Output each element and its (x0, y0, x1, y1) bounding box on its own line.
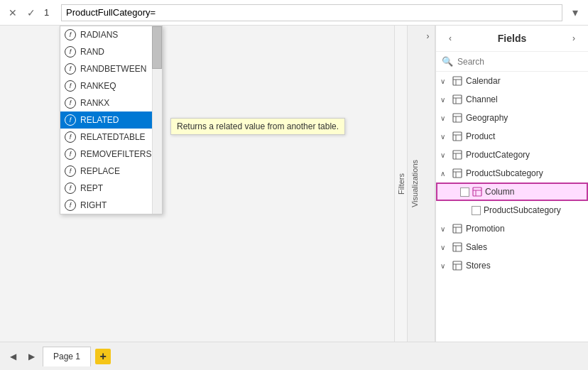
function-tooltip: Returns a related value from another tab… (170, 118, 345, 135)
function-icon: f (65, 131, 76, 143)
fields-search-bar: 🔍 (436, 52, 588, 72)
function-icon: f (65, 183, 76, 194)
svg-rect-18 (473, 187, 481, 196)
field-group-name: Channel (466, 94, 498, 104)
dropdown-item-label: RELATED (80, 115, 119, 125)
table-icon (452, 94, 463, 105)
svg-rect-0 (453, 77, 462, 85)
formula-expand-button[interactable]: ▾ (568, 6, 582, 19)
field-group-name: ProductSubcategory (466, 168, 543, 178)
dropdown-item-label: RANDBETWEEN (80, 64, 146, 74)
field-name-productsubcategory: ProductSubcategory (484, 205, 561, 215)
field-name-column: Column (485, 187, 514, 197)
canvas-area: fRADIANSfRANDfRANDBETWEENfRANKEQfRANKXfR… (0, 26, 421, 342)
expand-icon: ∨ (440, 262, 449, 270)
dropdown-item-label: RAND (80, 47, 104, 57)
dropdown-item-relatedtable[interactable]: fRELATEDTABLE (60, 129, 162, 146)
function-icon: f (65, 114, 76, 126)
fields-title: Fields (498, 33, 526, 44)
expand-icon: ∨ (440, 225, 449, 233)
expand-icon: ∧ (440, 170, 449, 178)
column-table-icon (472, 187, 482, 197)
field-group-sales[interactable]: ∨ Sales (436, 238, 588, 256)
svg-rect-3 (453, 95, 462, 104)
table-icon (452, 75, 463, 87)
page-next-button[interactable]: ▶ (24, 349, 38, 364)
page-tab[interactable]: Page 1 (43, 347, 91, 366)
field-group-productsubcategory[interactable]: ∧ ProductSubcategory (436, 164, 588, 183)
function-icon: f (65, 46, 76, 58)
confirm-button[interactable]: ✓ (24, 6, 38, 20)
expand-icon: ∨ (440, 151, 449, 159)
table-icon (452, 168, 463, 179)
visualizations-panel-label: Visualizations (410, 160, 419, 207)
fields-list: ∨ Calendar ∨ Channel ∨ Geography ∨ Produ… (436, 72, 588, 342)
table-icon (452, 260, 463, 271)
dropdown-scrollbar[interactable] (152, 26, 162, 214)
function-icon: f (65, 97, 76, 109)
field-group-name: Stores (466, 261, 491, 271)
function-icon: f (65, 63, 76, 75)
add-page-button[interactable]: + (95, 349, 111, 364)
dropdown-item-radians[interactable]: fRADIANS (60, 26, 162, 43)
formula-input[interactable] (61, 4, 562, 21)
field-group-stores[interactable]: ∨ Stores (436, 256, 588, 275)
field-group-calendar[interactable]: ∨ Calendar (436, 72, 588, 90)
field-group-name: Sales (466, 242, 487, 252)
svg-rect-27 (453, 261, 462, 270)
fields-nav-prev[interactable]: ‹ (443, 31, 457, 45)
field-group-channel[interactable]: ∨ Channel (436, 90, 588, 109)
field-group-productcategory[interactable]: ∨ ProductCategory (436, 146, 588, 164)
filter-panel[interactable]: Filters (394, 26, 407, 342)
field-checkbox[interactable] (460, 187, 469, 197)
main-area: fRADIANSfRANDfRANDBETWEENfRANKEQfRANKXfR… (0, 26, 588, 342)
table-icon (452, 149, 463, 160)
dropdown-item-right[interactable]: fRIGHT (60, 197, 162, 214)
function-icon: f (65, 148, 76, 160)
dropdown-item-label: RADIANS (80, 30, 118, 40)
dropdown-item-removefilters[interactable]: fREMOVEFILTERS (60, 146, 162, 163)
dropdown-item-related[interactable]: fRELATED (60, 111, 162, 129)
fields-search-input[interactable] (457, 57, 582, 67)
dropdown-item-rankx[interactable]: fRANKX (60, 94, 162, 111)
dropdown-item-randbetween[interactable]: fRANDBETWEEN (60, 60, 162, 77)
table-icon (452, 241, 463, 253)
dropdown-item-label: REPLACE (80, 166, 120, 176)
expand-icon: ∨ (440, 114, 449, 122)
visualizations-panel[interactable]: Visualizations (407, 26, 421, 342)
field-item-column[interactable]: Column (436, 183, 588, 201)
dropdown-item-rand[interactable]: fRAND (60, 43, 162, 60)
collapse-arrow-icon[interactable]: › (427, 31, 430, 41)
field-group-promotion[interactable]: ∨ Promotion (436, 219, 588, 238)
cancel-button[interactable]: ✕ (6, 6, 20, 20)
filter-panel-label: Filters (397, 173, 405, 195)
collapse-button[interactable]: › (421, 26, 435, 342)
svg-rect-9 (453, 132, 462, 141)
field-checkbox-sub[interactable] (472, 206, 481, 215)
field-group-name: Calendar (466, 76, 501, 86)
expand-icon: ∨ (440, 133, 449, 141)
svg-rect-21 (453, 224, 462, 233)
field-group-product[interactable]: ∨ Product (436, 127, 588, 146)
dropdown-item-replace[interactable]: fREPLACE (60, 163, 162, 180)
page-prev-button[interactable]: ◀ (6, 349, 20, 364)
line-number: 1 (44, 7, 55, 18)
autocomplete-dropdown: fRADIANSfRANDfRANDBETWEENfRANKEQfRANKXfR… (60, 26, 163, 214)
fields-header: ‹ Fields › (436, 26, 588, 52)
field-group-name: Product (466, 131, 495, 141)
search-icon: 🔍 (442, 56, 453, 67)
expand-icon: ∨ (440, 77, 449, 85)
dropdown-item-label: RIGHT (80, 200, 107, 210)
field-group-name: Geography (466, 113, 508, 123)
table-icon (452, 223, 463, 234)
formula-bar: ✕ ✓ 1 ▾ (0, 0, 588, 26)
field-group-geography[interactable]: ∨ Geography (436, 109, 588, 127)
dropdown-item-rept[interactable]: fREPT (60, 180, 162, 197)
fields-panel: ‹ Fields › 🔍 ∨ Calendar ∨ Channel ∨ (435, 26, 588, 342)
dropdown-item-rankeq[interactable]: fRANKEQ (60, 77, 162, 94)
expand-icon: ∨ (440, 96, 449, 104)
dropdown-scrollbar-thumb[interactable] (152, 26, 162, 69)
fields-nav-next[interactable]: › (567, 31, 581, 45)
field-subitem-productsubcategory[interactable]: ProductSubcategory (436, 201, 588, 219)
svg-rect-6 (453, 114, 462, 122)
